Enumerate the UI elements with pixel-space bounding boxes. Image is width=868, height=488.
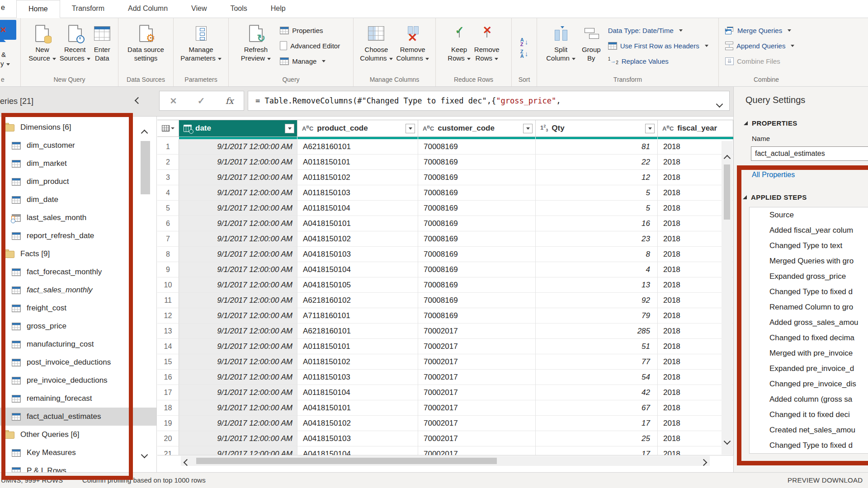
- applied-step-item[interactable]: Created net_sales_amou: [750, 422, 868, 438]
- cell-date[interactable]: 9/1/2017 12:00:00 AM: [179, 247, 297, 262]
- formula-commit-button[interactable]: ✓: [198, 95, 205, 106]
- applied-step-item[interactable]: Changed it to fixed deci: [750, 407, 868, 422]
- cell-customer-code[interactable]: 70008169: [418, 201, 536, 216]
- cell-product-code[interactable]: A0418150104: [297, 262, 418, 277]
- ribbon-tab[interactable]: Add Column: [116, 0, 179, 18]
- cell-date[interactable]: 9/1/2017 12:00:00 AM: [179, 324, 297, 339]
- split-column-button[interactable]: Split Column: [544, 21, 577, 63]
- cell-customer-code[interactable]: 70008169: [418, 170, 536, 185]
- cell-qty[interactable]: 54: [536, 370, 658, 385]
- cell-product-code[interactable]: A0118150104: [297, 201, 418, 216]
- row-number[interactable]: 10: [157, 277, 179, 293]
- cell-product-code[interactable]: A0118150104: [297, 385, 418, 400]
- cell-product-code[interactable]: A0118150101: [297, 339, 418, 354]
- applied-step-item[interactable]: Changed Type to fixed d: [750, 438, 868, 453]
- cell-customer-code[interactable]: 70002017: [418, 339, 536, 354]
- cell-date[interactable]: 9/1/2017 12:00:00 AM: [179, 277, 297, 293]
- cell-product-code[interactable]: A0418150104: [297, 446, 418, 455]
- cell-date[interactable]: 9/1/2017 12:00:00 AM: [179, 416, 297, 431]
- cell-product-code[interactable]: A0418150102: [297, 231, 418, 247]
- query-list-item[interactable]: Facts [9]: [0, 245, 156, 263]
- query-list-item[interactable]: dim_date: [0, 191, 156, 209]
- merge-queries-button[interactable]: ↳ Merge Queries: [722, 23, 797, 38]
- grid-scroll-left-button[interactable]: [184, 459, 189, 467]
- grid-vscrollbar-thumb[interactable]: [724, 164, 730, 220]
- cell-qty[interactable]: 12: [536, 170, 658, 185]
- query-name-input[interactable]: [751, 146, 868, 161]
- cell-customer-code[interactable]: 70008169: [418, 155, 536, 170]
- filter-button-product-code[interactable]: [406, 124, 415, 133]
- cell-date[interactable]: 9/1/2017 12:00:00 AM: [179, 185, 297, 201]
- cell-qty[interactable]: 51: [536, 339, 658, 354]
- cell-customer-code[interactable]: 70008169: [418, 277, 536, 293]
- row-number[interactable]: 19: [157, 416, 179, 431]
- cell-qty[interactable]: 92: [536, 293, 658, 308]
- query-list-item[interactable]: Dimensions [6]: [0, 118, 156, 136]
- cell-date[interactable]: 9/1/2017 12:00:00 AM: [179, 370, 297, 385]
- cell-date[interactable]: 9/1/2017 12:00:00 AM: [179, 385, 297, 400]
- ribbon-tab[interactable]: Tools: [218, 0, 259, 18]
- applied-step-item[interactable]: Expanded pre_invoice_d: [750, 361, 868, 376]
- enter-data-button[interactable]: Enter Data: [92, 21, 112, 63]
- cell-date[interactable]: 9/1/2017 12:00:00 AM: [179, 262, 297, 277]
- query-list-item[interactable]: dim_market: [0, 155, 156, 173]
- cell-customer-code[interactable]: 70008169: [418, 247, 536, 262]
- manage-parameters-button[interactable]: Manage Parameters: [179, 21, 223, 63]
- applied-step-item[interactable]: Renamed Column to gro: [750, 300, 868, 315]
- cell-qty[interactable]: 16: [536, 216, 658, 231]
- group-by-button[interactable]: Group By: [580, 21, 603, 63]
- cell-qty[interactable]: 67: [536, 400, 658, 416]
- column-header-qty[interactable]: 123 Qty: [536, 120, 658, 136]
- applied-step-item[interactable]: Added fiscal_year colum: [750, 223, 868, 238]
- cell-customer-code[interactable]: 70002017: [418, 385, 536, 400]
- formula-fx-button[interactable]: fx: [226, 96, 234, 106]
- cell-date[interactable]: 9/1/2017 12:00:00 AM: [179, 170, 297, 185]
- filter-button-date[interactable]: [285, 124, 294, 133]
- row-number[interactable]: 11: [157, 293, 179, 308]
- query-list-item[interactable]: last_sales_month: [0, 209, 156, 227]
- formula-cancel-button[interactable]: ✕: [170, 96, 177, 106]
- queries-scrollbar-thumb[interactable]: [141, 141, 150, 194]
- query-list-item[interactable]: dim_product: [0, 173, 156, 191]
- applied-step-item[interactable]: Changed to fixed decima: [750, 330, 868, 346]
- manage-button[interactable]: Manage: [277, 53, 343, 69]
- cell-product-code[interactable]: A0418150103: [297, 431, 418, 446]
- data-source-settings-button[interactable]: ⚙ Data source settings: [126, 21, 166, 63]
- cell-customer-code[interactable]: 70002017: [418, 400, 536, 416]
- append-queries-button[interactable]: ↕ Append Queries: [722, 38, 797, 53]
- applied-step-item[interactable]: Changed Type to fixed d: [750, 284, 868, 300]
- applied-step-item[interactable]: Merged Queries with gro: [750, 253, 868, 269]
- row-number[interactable]: 15: [157, 354, 179, 370]
- cell-date[interactable]: 9/1/2017 12:00:00 AM: [179, 431, 297, 446]
- cell-date[interactable]: 9/1/2017 12:00:00 AM: [179, 293, 297, 308]
- row-number[interactable]: 7: [157, 231, 179, 247]
- cell-customer-code[interactable]: 70002017: [418, 416, 536, 431]
- applied-step-item[interactable]: Source: [750, 207, 868, 223]
- row-number[interactable]: 6: [157, 216, 179, 231]
- cell-customer-code[interactable]: 70002017: [418, 446, 536, 455]
- cell-date[interactable]: 9/1/2017 12:00:00 AM: [179, 155, 297, 170]
- grid-vertical-scrollbar[interactable]: [722, 141, 732, 455]
- choose-columns-button[interactable]: Choose Columns: [358, 21, 394, 63]
- formula-expand-button[interactable]: [717, 99, 722, 108]
- refresh-preview-button[interactable]: ↻ Refresh Preview: [239, 21, 273, 63]
- cell-date[interactable]: 9/1/2017 12:00:00 AM: [179, 231, 297, 247]
- cell-customer-code[interactable]: 70002017: [418, 431, 536, 446]
- cell-qty[interactable]: 81: [536, 139, 658, 155]
- cell-product-code[interactable]: A0118150102: [297, 170, 418, 185]
- grid-scroll-right-button[interactable]: [701, 459, 706, 467]
- query-list-item[interactable]: remaining_forecast: [0, 389, 156, 408]
- new-source-button[interactable]: New Source: [27, 21, 58, 63]
- ribbon-tab[interactable]: Home: [16, 0, 60, 18]
- applied-step-item[interactable]: Expanded gross_price: [750, 269, 868, 284]
- cell-qty[interactable]: 5: [536, 185, 658, 201]
- cell-product-code[interactable]: A0418150101: [297, 400, 418, 416]
- row-number[interactable]: 18: [157, 400, 179, 416]
- formula-bar-input[interactable]: = Table.RemoveColumns(#"Changed Type to …: [248, 91, 730, 111]
- cell-date[interactable]: 9/1/2017 12:00:00 AM: [179, 216, 297, 231]
- row-number[interactable]: 21: [157, 446, 179, 455]
- properties-button[interactable]: Properties: [277, 23, 343, 38]
- cell-customer-code[interactable]: 70008169: [418, 308, 536, 324]
- cell-product-code[interactable]: A7118160101: [297, 308, 418, 324]
- cell-product-code[interactable]: A0118150103: [297, 370, 418, 385]
